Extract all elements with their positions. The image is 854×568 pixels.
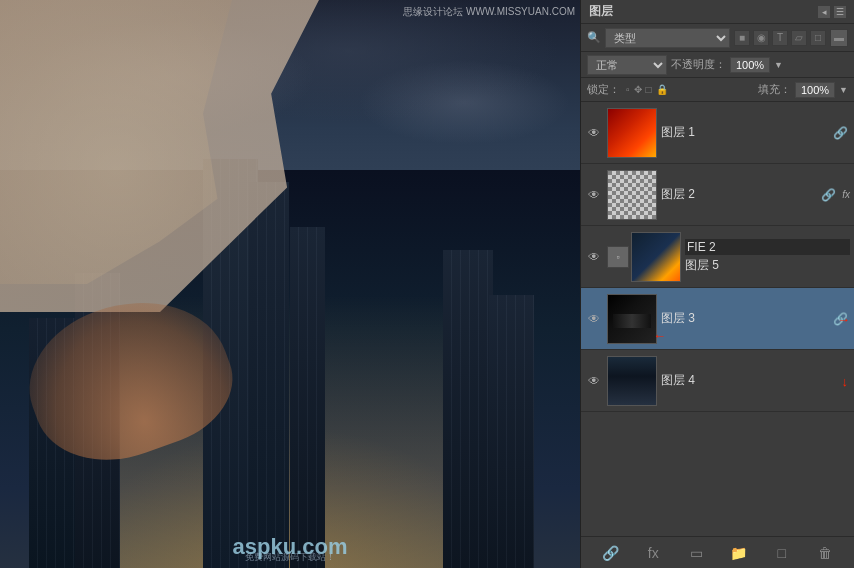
layer-2-name: 图层 2 bbox=[661, 186, 815, 203]
main-canvas: 思缘设计论坛 WWW.MISSYUAN.COM aspku.com 免费网站源码… bbox=[0, 0, 580, 568]
layer-2-info: 图层 2 bbox=[661, 186, 815, 203]
layer-3-info: 图层 3 bbox=[661, 310, 827, 327]
layer-5-mask-icon: ▫ bbox=[607, 246, 629, 268]
filter-pixel-icon[interactable]: ■ bbox=[734, 30, 750, 46]
layer-5-fie-label: FIE 2 bbox=[685, 239, 850, 255]
link-layers-button[interactable]: 🔗 bbox=[598, 541, 622, 565]
panel-controls: ◂ ☰ bbox=[818, 6, 846, 18]
opacity-label: 不透明度： bbox=[671, 57, 726, 72]
building-4 bbox=[249, 182, 289, 568]
add-fx-button[interactable]: fx bbox=[641, 541, 665, 565]
layer-2-link-icon[interactable]: 🔗 bbox=[819, 188, 838, 202]
building-5 bbox=[290, 227, 325, 568]
fill-value[interactable]: 100% bbox=[795, 82, 835, 98]
panel-title: 图层 bbox=[589, 3, 613, 20]
lock-all-icon[interactable]: 🔒 bbox=[656, 84, 668, 95]
top-watermark: 思缘设计论坛 WWW.MISSYUAN.COM bbox=[403, 5, 575, 19]
building-7 bbox=[489, 295, 534, 568]
layer-4-info: 图层 4 bbox=[661, 372, 850, 389]
canvas-image bbox=[0, 0, 580, 568]
layer-3-thumbnail bbox=[607, 294, 657, 344]
layer-4-name: 图层 4 bbox=[661, 372, 850, 389]
layer-3-name: 图层 3 bbox=[661, 310, 827, 327]
layer-2-visibility-icon[interactable]: 👁 bbox=[585, 186, 603, 204]
filter-smart-icon[interactable]: □ bbox=[810, 30, 826, 46]
panel-collapse-button[interactable]: ◂ bbox=[818, 6, 830, 18]
layer-item-2[interactable]: 👁 图层 2 🔗 fx bbox=[581, 164, 854, 226]
lock-icons: ▫ ✥ □ 🔒 bbox=[626, 84, 668, 95]
panel-menu-button[interactable]: ☰ bbox=[834, 6, 846, 18]
filter-icons: ■ ◉ T ▱ □ bbox=[734, 30, 826, 46]
blend-row: 正常 不透明度： 100% ▼ bbox=[581, 52, 854, 78]
new-layer-button[interactable]: □ bbox=[770, 541, 794, 565]
layer-5-thumbnail bbox=[631, 232, 681, 282]
layers-panel: 图层 ◂ ☰ 🔍 类型 ■ ◉ T ▱ □ ▬ 正常 不透明度： 100% ▼ bbox=[580, 0, 854, 568]
layer-2-thumbnail bbox=[607, 170, 657, 220]
filter-shape-icon[interactable]: ▱ bbox=[791, 30, 807, 46]
layer-3-red-arrow-left: ← bbox=[653, 328, 666, 343]
layer-1-thumbnail bbox=[607, 108, 657, 158]
opacity-value[interactable]: 100% bbox=[730, 57, 770, 73]
filter-adjust-icon[interactable]: ◉ bbox=[753, 30, 769, 46]
layer-1-name: 图层 1 bbox=[661, 124, 827, 141]
layer-item-3[interactable]: 👁 图层 3 🔗 ← → bbox=[581, 288, 854, 350]
fill-arrow-icon: ▼ bbox=[839, 85, 848, 95]
lock-row: 锁定： ▫ ✥ □ 🔒 填充： 100% ▼ bbox=[581, 78, 854, 102]
layer-item-1[interactable]: 👁 图层 1 🔗 bbox=[581, 102, 854, 164]
fill-row: 填充： 100% ▼ bbox=[758, 82, 848, 98]
watermark-text: 思缘设计论坛 WWW.MISSYUAN.COM bbox=[403, 6, 575, 17]
lock-move-icon[interactable]: ✥ bbox=[634, 84, 642, 95]
layer-5-name: 图层 5 bbox=[685, 257, 850, 274]
blend-mode-select[interactable]: 正常 bbox=[587, 55, 667, 75]
panel-header: 图层 ◂ ☰ bbox=[581, 0, 854, 24]
layer-5-visibility-icon[interactable]: 👁 bbox=[585, 248, 603, 266]
search-icon: 🔍 bbox=[587, 31, 601, 44]
new-group-button[interactable]: 📁 bbox=[727, 541, 751, 565]
layer-1-info: 图层 1 bbox=[661, 124, 827, 141]
lock-artboard-icon[interactable]: □ bbox=[646, 84, 652, 95]
delete-layer-button[interactable]: 🗑 bbox=[813, 541, 837, 565]
filter-toggle[interactable]: ▬ bbox=[830, 29, 848, 47]
filter-type-select[interactable]: 类型 bbox=[605, 28, 730, 48]
layer-item-5[interactable]: 👁 ▫ FIE 2 图层 5 bbox=[581, 226, 854, 288]
layer-4-red-arrow-down: ↓ bbox=[842, 373, 849, 388]
layer-1-visibility-icon[interactable]: 👁 bbox=[585, 124, 603, 142]
lock-pixel-icon[interactable]: ▫ bbox=[626, 84, 630, 95]
layer-3-visibility-icon[interactable]: 👁 bbox=[585, 310, 603, 328]
filter-row: 🔍 类型 ■ ◉ T ▱ □ ▬ bbox=[581, 24, 854, 52]
layer-5-info: FIE 2 图层 5 bbox=[685, 239, 850, 274]
layer-2-fx-icon: fx bbox=[842, 189, 850, 200]
layer-3-red-arrow-right: → bbox=[837, 311, 850, 326]
filter-text-icon[interactable]: T bbox=[772, 30, 788, 46]
panel-footer: 🔗 fx ▭ 📁 □ 🗑 bbox=[581, 536, 854, 568]
add-mask-button[interactable]: ▭ bbox=[684, 541, 708, 565]
opacity-arrow-icon: ▼ bbox=[774, 60, 783, 70]
building-6 bbox=[443, 250, 493, 568]
layer-4-visibility-icon[interactable]: 👁 bbox=[585, 372, 603, 390]
lock-label: 锁定： bbox=[587, 82, 620, 97]
opacity-row: 不透明度： 100% ▼ bbox=[671, 57, 783, 73]
layer-item-4[interactable]: 👁 图层 4 ↓ bbox=[581, 350, 854, 412]
layers-list: 👁 图层 1 🔗 👁 图层 2 🔗 fx 👁 ▫ FIE bbox=[581, 102, 854, 536]
aspku-watermark: aspku.com bbox=[233, 534, 348, 560]
layer-1-link-icon[interactable]: 🔗 bbox=[831, 126, 850, 140]
fill-label: 填充： bbox=[758, 82, 791, 97]
layer-4-thumbnail bbox=[607, 356, 657, 406]
